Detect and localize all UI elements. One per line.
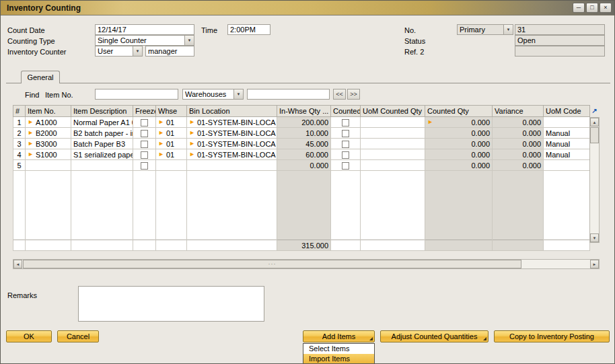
row-number-cell[interactable]: 1 [13, 117, 26, 128]
row-number-cell[interactable]: 2 [13, 128, 26, 139]
horizontal-scrollbar[interactable]: ◄ ··· ► [13, 259, 600, 269]
link-arrow-icon[interactable]: ► [158, 141, 164, 147]
bin-location-cell[interactable]: ►01-SYSTEM-BIN-LOCA [187, 149, 277, 160]
item-no-cell[interactable]: ►A1000 [26, 117, 71, 128]
close-button[interactable]: × [600, 3, 612, 13]
add-items-button[interactable]: Add Items [303, 330, 375, 342]
find-previous-button[interactable]: << [333, 89, 346, 100]
whse-cell[interactable]: ►01 [156, 128, 187, 139]
whse-cell[interactable]: ►01 [156, 139, 187, 149]
bin-location-cell[interactable]: ►01-SYSTEM-BIN-LOCA [187, 139, 277, 149]
link-arrow-icon[interactable]: ► [28, 151, 34, 157]
ok-button[interactable]: OK [6, 330, 52, 342]
link-arrow-icon[interactable]: ► [28, 130, 34, 136]
uom-code-cell[interactable]: Manual [544, 149, 590, 160]
item-no-cell[interactable]: ►S1000 [26, 149, 71, 160]
counted-qty-cell[interactable]: 0.000 [425, 139, 493, 149]
uom-counted-qty-cell[interactable] [361, 128, 425, 139]
freeze-checkbox[interactable] [141, 119, 148, 126]
counted-qty-cell[interactable]: 0.000 [425, 149, 493, 160]
counted-checkbox[interactable] [342, 141, 349, 148]
item-description-cell[interactable]: S1 serialized paper [71, 149, 133, 160]
counted-checkbox[interactable] [342, 130, 349, 137]
series-select[interactable]: Primary ▼ [457, 24, 513, 35]
remarks-textarea[interactable] [78, 286, 264, 322]
find-item-no-input[interactable] [95, 89, 178, 100]
link-arrow-icon[interactable]: ► [189, 130, 195, 136]
expand-grid-button[interactable]: ↗ [590, 106, 599, 115]
link-arrow-icon[interactable]: ► [158, 130, 164, 136]
link-arrow-icon[interactable]: ► [427, 119, 433, 125]
freeze-checkbox[interactable] [141, 130, 148, 137]
item-description-cell[interactable]: Normal Paper A1 00 [71, 117, 133, 128]
counted-qty-cell[interactable]: ►0.000 [425, 117, 493, 128]
menu-item-select-items[interactable]: Select Items [303, 344, 374, 354]
series-dropdown-button[interactable]: ▼ [503, 25, 513, 34]
whse-cell[interactable] [156, 160, 187, 171]
counted-checkbox[interactable] [342, 119, 349, 126]
warehouses-select[interactable]: Warehouses ▼ [182, 89, 244, 100]
vertical-scrollbar[interactable]: ▲ ▼ [589, 117, 600, 243]
horizontal-scrollbar-thumb[interactable]: ··· [23, 260, 521, 268]
item-description-cell[interactable]: B2 batch paper - int [71, 128, 133, 139]
time-input[interactable] [227, 24, 270, 35]
bin-location-cell[interactable] [187, 160, 277, 171]
inventory-counter-dropdown-button[interactable]: ▼ [133, 46, 142, 56]
item-description-cell[interactable] [71, 160, 133, 171]
link-arrow-icon[interactable]: ► [189, 151, 195, 157]
link-arrow-icon[interactable]: ► [189, 119, 195, 125]
bin-location-cell[interactable]: ►01-SYSTEM-BIN-LOCA [187, 117, 277, 128]
counted-checkbox[interactable] [342, 162, 349, 170]
copy-to-inventory-posting-button[interactable]: Copy to Inventory Posting [494, 330, 610, 342]
uom-code-cell[interactable]: Manual [544, 139, 590, 149]
count-date-input[interactable] [95, 24, 194, 35]
scroll-left-button[interactable]: ◄ [13, 260, 22, 268]
inventory-counter-input[interactable] [145, 46, 194, 57]
uom-code-cell[interactable]: Manual [544, 128, 590, 139]
adjust-counted-quantities-button[interactable]: Adjust Counted Quantities [380, 330, 489, 342]
item-no-cell[interactable]: ►B3000 [26, 139, 71, 149]
warehouses-dropdown-button[interactable]: ▼ [233, 89, 243, 99]
row-number-cell[interactable]: 4 [13, 149, 26, 160]
uom-counted-qty-cell[interactable] [361, 117, 425, 128]
counting-type-select[interactable]: Single Counter ▼ [95, 35, 194, 46]
uom-counted-qty-cell[interactable] [361, 149, 425, 160]
find-warehouse-input[interactable] [247, 89, 330, 100]
item-description-cell[interactable]: Batch Paper B3 [71, 139, 133, 149]
uom-counted-qty-cell[interactable] [361, 139, 425, 149]
whse-cell[interactable]: ►01 [156, 149, 187, 160]
scroll-right-button[interactable]: ► [590, 260, 599, 268]
freeze-checkbox[interactable] [141, 151, 148, 159]
item-no-cell[interactable]: ►B2000 [26, 128, 71, 139]
row-number-cell[interactable]: 5 [13, 160, 26, 171]
uom-counted-qty-cell[interactable] [361, 160, 425, 171]
counted-checkbox[interactable] [342, 151, 349, 159]
link-arrow-icon[interactable]: ► [28, 119, 34, 125]
link-arrow-icon[interactable]: ► [158, 151, 164, 157]
link-arrow-icon[interactable]: ► [28, 141, 34, 147]
cancel-button[interactable]: Cancel [57, 330, 99, 342]
scroll-up-button[interactable]: ▲ [590, 118, 599, 126]
row-number-cell[interactable]: 3 [13, 139, 26, 149]
counted-qty-cell[interactable]: 0.000 [425, 128, 493, 139]
minimize-button[interactable]: ─ [573, 3, 585, 13]
maximize-button[interactable]: □ [586, 3, 598, 13]
scroll-down-button[interactable]: ▼ [590, 233, 599, 242]
whse-cell[interactable]: ►01 [156, 117, 187, 128]
freeze-checkbox[interactable] [141, 141, 148, 148]
tab-general[interactable]: General [21, 71, 60, 83]
table-row: 3 ►B3000 Batch Paper B3 ►01 ►01-SYSTEM-B… [13, 139, 590, 149]
link-arrow-icon[interactable]: ► [189, 141, 195, 147]
menu-item-import-items[interactable]: Import Items [303, 354, 374, 364]
counted-qty-cell[interactable]: 0.000 [425, 160, 493, 171]
item-no-cell[interactable] [26, 160, 71, 171]
bin-location-cell[interactable]: ►01-SYSTEM-BIN-LOCA [187, 128, 277, 139]
uom-code-cell[interactable] [544, 117, 590, 128]
link-arrow-icon[interactable]: ► [158, 119, 164, 125]
freeze-checkbox[interactable] [141, 162, 148, 170]
uom-code-cell[interactable] [544, 160, 590, 171]
inventory-counter-type-select[interactable]: User ▼ [95, 46, 143, 57]
counting-type-dropdown-button[interactable]: ▼ [184, 36, 194, 45]
find-next-button[interactable]: >> [347, 89, 360, 100]
vertical-scrollbar-thumb[interactable] [590, 127, 599, 143]
